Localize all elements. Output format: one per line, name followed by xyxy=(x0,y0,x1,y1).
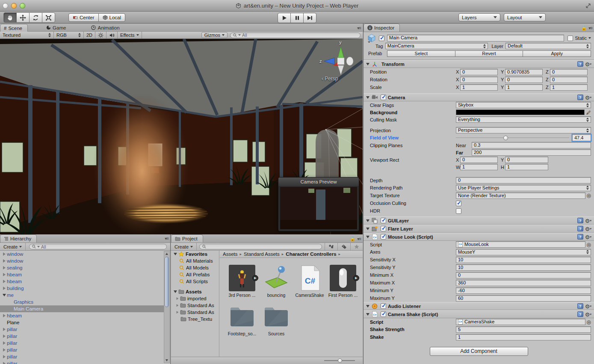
property-value-field[interactable]: 1 xyxy=(456,334,591,340)
fov-value-field[interactable]: 47.4 xyxy=(572,134,591,141)
hierarchy-search-input[interactable]: All xyxy=(29,244,167,249)
camera-enabled-checkbox[interactable] xyxy=(381,95,386,100)
hierarchy-item[interactable]: sealing xyxy=(0,264,164,271)
audio-listener-enabled-checkbox[interactable] xyxy=(381,303,386,309)
foldout-down-icon[interactable] xyxy=(366,96,369,99)
scroll-up-icon[interactable] xyxy=(165,253,168,255)
position-y-field[interactable]: 0.9070835 xyxy=(505,69,543,75)
pivot-center-button[interactable]: Center xyxy=(68,13,99,22)
foldout-right-icon[interactable] xyxy=(177,297,179,300)
foldout-right-icon[interactable] xyxy=(2,348,7,352)
pane-menu-icon[interactable]: ▾≡ xyxy=(165,236,168,241)
foldout-right-icon[interactable] xyxy=(2,362,7,364)
prefab-revert-button[interactable]: Revert xyxy=(455,50,523,57)
tab-game[interactable]: Game xyxy=(43,24,69,32)
property-value-field[interactable]: 5 xyxy=(456,326,591,333)
rotation-z-field[interactable]: 0 xyxy=(550,77,588,83)
foldout-right-icon[interactable] xyxy=(2,259,7,263)
hierarchy-item[interactable]: me xyxy=(0,292,164,299)
hierarchy-item[interactable]: pillar xyxy=(0,340,164,346)
tab-animation[interactable]: Animation xyxy=(88,24,123,32)
static-checkbox[interactable] xyxy=(567,36,573,41)
foldout-down-icon[interactable] xyxy=(174,290,177,293)
mouse-look-component-header[interactable]: C# Mouse Look (Script) ?⚙ xyxy=(363,233,594,241)
tab-inspector[interactable]: i Inspector xyxy=(363,24,400,32)
asset-item[interactable]: ▶ 3rd Person ... xyxy=(226,265,258,298)
foldout-right-icon[interactable] xyxy=(2,252,7,256)
layers-dropdown[interactable]: Layers xyxy=(458,13,500,21)
resize-window-icon[interactable] xyxy=(585,3,591,9)
foldout-right-icon[interactable] xyxy=(2,287,7,290)
transform-component-header[interactable]: Transform ?⚙ xyxy=(363,60,594,68)
favorites-item[interactable]: All Scripts xyxy=(171,278,219,285)
gizmos-dropdown[interactable]: Gizmos xyxy=(199,32,230,38)
foldout-down-icon[interactable] xyxy=(366,236,369,238)
scale-x-field[interactable]: 1 xyxy=(460,84,498,91)
gear-icon[interactable]: ⚙ xyxy=(585,303,591,309)
foldout-right-icon[interactable] xyxy=(177,311,179,314)
scene-lighting-button[interactable] xyxy=(95,32,106,38)
hdr-checkbox[interactable] xyxy=(456,208,461,214)
property-value-field[interactable]: -60 xyxy=(456,287,591,294)
foldout-down-icon[interactable] xyxy=(366,228,369,230)
mouse-look-enabled-checkbox[interactable] xyxy=(381,234,386,240)
project-create-button[interactable]: Create xyxy=(171,243,197,250)
eyedropper-icon[interactable]: 🖉 xyxy=(586,110,591,115)
assets-tree-item[interactable]: imported xyxy=(171,295,219,302)
help-icon[interactable]: ? xyxy=(577,234,583,240)
gameobject-active-checkbox[interactable] xyxy=(379,36,384,41)
gear-icon[interactable]: ⚙ xyxy=(585,218,591,224)
scrollbar-thumb[interactable] xyxy=(165,257,169,307)
layout-dropdown[interactable]: Layout xyxy=(504,13,546,21)
foldout-right-icon[interactable] xyxy=(2,314,7,317)
prefab-select-button[interactable]: Select xyxy=(387,50,455,57)
layer-dropdown[interactable]: Default xyxy=(505,43,591,49)
rotation-y-field[interactable]: 0 xyxy=(505,77,543,83)
scroll-down-icon[interactable] xyxy=(165,359,168,361)
foldout-down-icon[interactable] xyxy=(366,219,369,222)
slider-thumb[interactable] xyxy=(338,358,342,363)
pivot-local-button[interactable]: Local xyxy=(98,13,126,22)
viewport-y-field[interactable]: 0 xyxy=(505,157,548,163)
breadcrumb-item[interactable]: Standard Assets xyxy=(244,252,280,257)
camera-component-header[interactable]: Camera ?⚙ xyxy=(363,93,594,101)
viewport-h-field[interactable]: 1 xyxy=(505,164,548,170)
foldout-right-icon[interactable] xyxy=(2,328,7,331)
projection-dropdown[interactable]: Perspective xyxy=(456,127,591,133)
gizmo-y-axis-label[interactable]: y xyxy=(339,40,342,45)
favorites-item[interactable]: All Models xyxy=(171,264,219,271)
gear-icon[interactable]: ⚙ xyxy=(585,311,591,317)
rotate-tool-button[interactable] xyxy=(29,12,42,23)
asset-item[interactable]: Footstep_so... xyxy=(226,303,258,336)
gear-icon[interactable]: ⚙ xyxy=(585,226,591,232)
scale-z-field[interactable]: 1 xyxy=(550,84,588,91)
prefab-apply-button[interactable]: Apply xyxy=(523,50,591,57)
favorites-star-button[interactable] xyxy=(351,243,363,250)
object-picker-icon[interactable]: ◎ xyxy=(587,193,591,198)
hierarchy-create-button[interactable]: Create xyxy=(0,243,26,250)
viewport-w-field[interactable]: 1 xyxy=(460,164,498,170)
property-value-field[interactable]: 360 xyxy=(456,280,591,286)
add-component-button[interactable]: Add Component xyxy=(430,347,528,356)
foldout-right-icon[interactable] xyxy=(2,341,7,345)
hierarchy-item[interactable]: window xyxy=(0,251,164,257)
hierarchy-scrollbar[interactable] xyxy=(164,251,170,363)
gear-icon[interactable]: ⚙ xyxy=(585,61,591,67)
object-picker-icon[interactable]: ◎ xyxy=(587,320,591,325)
flare-layer-enabled-checkbox[interactable] xyxy=(381,226,386,231)
expand-asset-icon[interactable]: ▶ xyxy=(353,275,359,281)
play-button[interactable] xyxy=(278,13,291,23)
scene-audio-button[interactable] xyxy=(106,32,118,38)
search-by-label-button[interactable] xyxy=(338,243,351,250)
foldout-right-icon[interactable] xyxy=(2,355,7,358)
asset-item[interactable]: Sources xyxy=(260,303,293,336)
fov-slider[interactable] xyxy=(456,134,569,141)
foldout-down-icon[interactable] xyxy=(2,294,7,296)
assets-root-item[interactable]: Assets xyxy=(171,288,219,295)
favorites-root-item[interactable]: Favorites xyxy=(171,251,219,257)
favorites-item[interactable]: All Materials xyxy=(171,257,219,264)
target-texture-field[interactable]: None (Render Texture) xyxy=(456,192,585,199)
tab-scene[interactable]: #Scene xyxy=(0,24,28,32)
hand-tool-button[interactable] xyxy=(3,12,17,23)
color-mode-dropdown[interactable]: RGB xyxy=(54,32,84,38)
